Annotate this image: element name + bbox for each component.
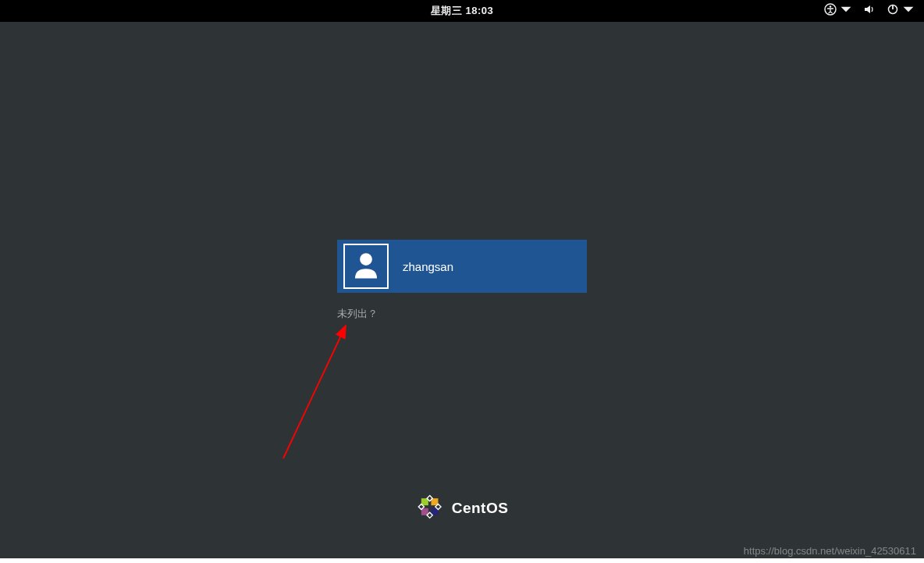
annotation-arrow xyxy=(275,318,361,466)
not-listed-link[interactable]: 未列出？ xyxy=(337,307,378,321)
user-icon xyxy=(350,248,382,284)
svg-point-4 xyxy=(360,253,372,265)
top-bar: 星期三 18:03 xyxy=(0,0,924,22)
volume-button[interactable] xyxy=(863,3,876,19)
accessibility-icon xyxy=(824,3,837,19)
system-menu-area xyxy=(824,0,915,22)
volume-icon xyxy=(863,3,876,19)
datetime-label: 星期三 18:03 xyxy=(431,4,493,18)
user-list-item[interactable]: zhangsan xyxy=(337,240,587,293)
username-label: zhangsan xyxy=(403,260,453,273)
chevron-down-icon xyxy=(840,3,852,19)
svg-point-1 xyxy=(830,5,832,8)
centos-logo-icon xyxy=(416,493,444,524)
svg-line-6 xyxy=(283,326,346,458)
chevron-down-icon xyxy=(902,3,915,19)
watermark-text: https://blog.csdn.net/weixin_42530611 xyxy=(744,545,916,557)
os-name-label: CentOS xyxy=(452,500,509,517)
power-menu[interactable] xyxy=(887,3,915,19)
bottom-strip xyxy=(0,558,924,563)
login-panel: zhangsan 未列出？ xyxy=(337,240,587,321)
os-branding: CentOS xyxy=(416,493,509,524)
power-icon xyxy=(887,3,899,19)
avatar xyxy=(343,244,389,289)
accessibility-menu[interactable] xyxy=(824,3,852,19)
